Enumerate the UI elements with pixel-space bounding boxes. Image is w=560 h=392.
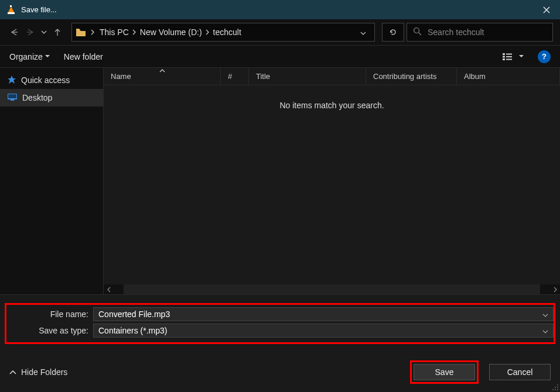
folder-icon bbox=[76, 28, 86, 37]
chevron-right-icon bbox=[91, 27, 95, 37]
hide-folders-button[interactable]: Hide Folders bbox=[9, 367, 67, 377]
save-highlight: Save bbox=[410, 360, 479, 384]
sidebar: Quick access Desktop bbox=[0, 68, 103, 294]
sidebar-item-label: Desktop bbox=[22, 93, 52, 102]
recent-locations-button[interactable] bbox=[40, 25, 48, 39]
sidebar-desktop[interactable]: Desktop bbox=[0, 89, 103, 106]
scroll-left-icon[interactable] bbox=[104, 284, 114, 294]
saveas-select[interactable]: Containers (*.mp3) bbox=[93, 324, 554, 338]
scroll-right-icon[interactable] bbox=[550, 284, 560, 294]
address-bar[interactable]: This PC New Volume (D:) techcult bbox=[71, 23, 375, 42]
close-button[interactable] bbox=[533, 0, 560, 19]
button-row: Hide Folders Save Cancel bbox=[5, 349, 555, 392]
svg-point-16 bbox=[555, 387, 556, 388]
svg-line-5 bbox=[419, 33, 422, 36]
save-button[interactable]: Save bbox=[414, 364, 475, 380]
crumb-this-pc[interactable]: This PC bbox=[100, 27, 129, 37]
highlighted-fields: File name: Converted File.mp3 Save as ty… bbox=[5, 303, 555, 344]
navigation-row: This PC New Volume (D:) techcult Search … bbox=[0, 19, 560, 46]
svg-rect-8 bbox=[503, 59, 505, 60]
saveas-label: Save as type: bbox=[6, 326, 93, 335]
column-name[interactable]: Name bbox=[104, 68, 221, 85]
svg-rect-0 bbox=[8, 12, 15, 14]
chevron-down-icon[interactable] bbox=[542, 310, 548, 319]
sidebar-quick-access[interactable]: Quick access bbox=[0, 71, 103, 89]
column-album[interactable]: Album bbox=[457, 68, 560, 85]
svg-point-17 bbox=[557, 387, 558, 388]
window-title: Save file... bbox=[21, 5, 57, 14]
monitor-icon bbox=[7, 93, 18, 103]
cancel-button[interactable]: Cancel bbox=[489, 364, 551, 380]
svg-rect-13 bbox=[8, 94, 16, 98]
column-number[interactable]: # bbox=[221, 68, 249, 85]
sort-indicator-icon bbox=[159, 67, 165, 74]
search-icon bbox=[413, 27, 422, 37]
horizontal-scrollbar[interactable] bbox=[104, 284, 560, 294]
crumb-folder[interactable]: techcult bbox=[213, 27, 241, 37]
search-input[interactable]: Search techcult bbox=[407, 23, 553, 42]
titlebar: Save file... bbox=[0, 0, 560, 19]
chevron-right-icon bbox=[206, 27, 210, 37]
toolbar: Organize New folder ? bbox=[0, 46, 560, 68]
chevron-right-icon bbox=[132, 27, 136, 37]
view-mode-button[interactable] bbox=[503, 52, 524, 61]
svg-point-20 bbox=[557, 389, 558, 390]
svg-rect-1 bbox=[10, 5, 12, 7]
saveas-row: Save as type: Containers (*.mp3) bbox=[6, 324, 554, 338]
back-button[interactable] bbox=[7, 25, 21, 39]
svg-rect-14 bbox=[11, 99, 14, 101]
svg-rect-10 bbox=[506, 56, 512, 57]
column-headers: Name # Title Contributing artists Album bbox=[104, 68, 560, 85]
new-folder-button[interactable]: New folder bbox=[64, 52, 103, 61]
filename-input[interactable]: Converted File.mp3 bbox=[93, 307, 554, 321]
svg-rect-7 bbox=[503, 56, 505, 57]
help-button[interactable]: ? bbox=[538, 50, 551, 63]
crumb-volume[interactable]: New Volume (D:) bbox=[140, 27, 202, 37]
star-icon bbox=[7, 75, 16, 86]
search-placeholder: Search techcult bbox=[428, 27, 484, 37]
sidebar-item-label: Quick access bbox=[21, 75, 70, 85]
address-history-button[interactable] bbox=[356, 27, 371, 37]
chevron-up-icon bbox=[9, 367, 16, 377]
chevron-down-icon[interactable] bbox=[542, 326, 548, 335]
refresh-button[interactable] bbox=[382, 23, 404, 42]
file-pane: Name # Title Contributing artists Album … bbox=[103, 68, 560, 294]
filename-label: File name: bbox=[6, 310, 93, 319]
bottom-panel: File name: Converted File.mp3 Save as ty… bbox=[0, 294, 560, 392]
resize-grip-icon[interactable] bbox=[551, 383, 559, 391]
breadcrumb: This PC New Volume (D:) techcult bbox=[100, 27, 241, 37]
svg-point-19 bbox=[555, 389, 556, 390]
forward-button[interactable] bbox=[23, 25, 37, 39]
svg-rect-6 bbox=[503, 53, 505, 55]
main-area: Quick access Desktop Name # Title Contri… bbox=[0, 68, 560, 294]
up-button[interactable] bbox=[50, 25, 64, 39]
filename-row: File name: Converted File.mp3 bbox=[6, 307, 554, 321]
svg-point-18 bbox=[552, 389, 554, 390]
column-artists[interactable]: Contributing artists bbox=[366, 68, 457, 85]
empty-message: No items match your search. bbox=[104, 85, 560, 125]
svg-rect-11 bbox=[506, 59, 512, 60]
app-icon bbox=[6, 5, 16, 15]
svg-point-4 bbox=[414, 28, 419, 33]
scrollbar-track[interactable] bbox=[124, 284, 540, 294]
organize-button[interactable]: Organize bbox=[9, 52, 50, 61]
svg-rect-9 bbox=[506, 53, 512, 54]
column-title[interactable]: Title bbox=[249, 68, 366, 85]
svg-point-15 bbox=[557, 384, 558, 386]
